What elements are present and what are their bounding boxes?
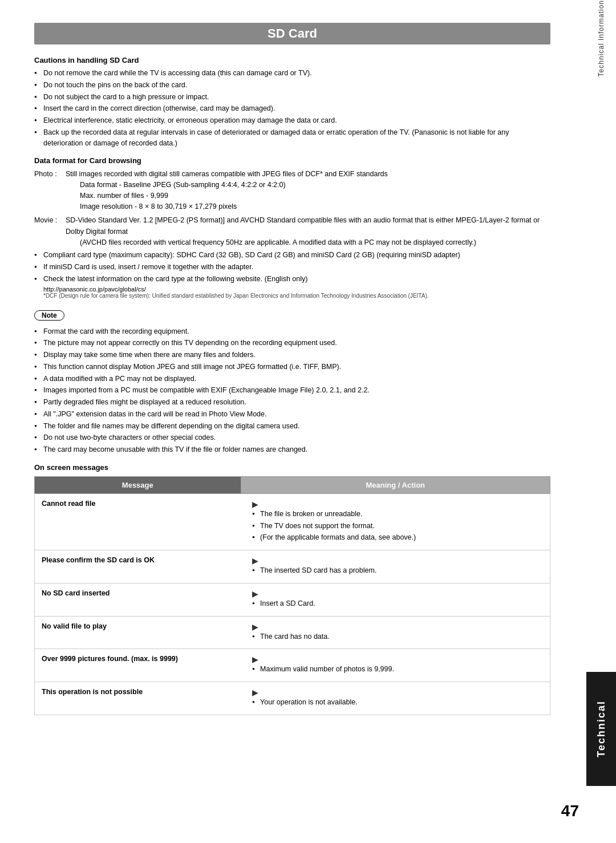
table-row: No valid file to play▶The card has no da… <box>35 616 550 649</box>
message-cell-4: Over 9999 pictures found. (max. is 9999) <box>35 649 241 682</box>
action-cell-1: ▶The inserted SD card has a problem. <box>241 550 550 583</box>
table-row: No SD card inserted▶Insert a SD Card. <box>35 583 550 616</box>
sidebar-technical-info: Technical Information <box>597 0 605 111</box>
caution-item-4: Insert the card in the correct direction… <box>34 103 550 114</box>
right-sidebar: Technical Information Technical <box>586 0 616 843</box>
note-item-8: All ".JPG" extension datas in the card w… <box>34 409 550 420</box>
action-arrow-4: ▶ <box>252 655 258 664</box>
table-row: Cannot read file▶The file is broken or u… <box>35 493 550 550</box>
action-list-0: The file is broken or unreadable.The TV … <box>252 509 543 543</box>
movie-section: Movie : SD-Video Standard Ver. 1.2 [MPEG… <box>34 214 550 248</box>
table-row: Please confirm the SD card is OK▶The ins… <box>35 550 550 583</box>
col-meaning-header: Meaning / Action <box>241 476 550 493</box>
note-item-3: Display may take some time when there ar… <box>34 350 550 360</box>
table-row: Over 9999 pictures found. (max. is 9999)… <box>35 649 550 682</box>
action-arrow-5: ▶ <box>252 688 258 697</box>
on-screen-messages-heading: On screen messages <box>34 463 550 472</box>
action-cell-2: ▶Insert a SD Card. <box>241 583 550 616</box>
data-format-extra-list: Compliant card type (maximum capacity): … <box>34 250 550 284</box>
messages-table: Message Meaning / Action Cannot read fil… <box>34 476 550 715</box>
photo-details: Data format - Baseline JPEG (Sub-samplin… <box>80 180 550 212</box>
action-item-2-0: Insert a SD Card. <box>252 598 543 609</box>
caution-item-2: Do not touch the pins on the back of the… <box>34 80 550 91</box>
photo-desc: Still images recorded with digital still… <box>66 168 388 180</box>
message-cell-0: Cannot read file <box>35 493 241 550</box>
action-arrow-1: ▶ <box>252 556 258 565</box>
message-cell-2: No SD card inserted <box>35 583 241 616</box>
photo-detail-2: Max. number of files - 9,999 <box>80 191 550 201</box>
movie-note: (AVCHD files recorded with vertical freq… <box>80 237 550 248</box>
col-message-header: Message <box>35 476 241 493</box>
note-item-7: Partly degraded files might be displayed… <box>34 397 550 408</box>
action-list-3: The card has no data. <box>252 631 543 642</box>
note-item-2: The picture may not appear correctly on … <box>34 338 550 348</box>
action-cell-4: ▶Maximum valid number of photos is 9,999… <box>241 649 550 682</box>
action-cell-5: ▶Your operation is not available. <box>241 682 550 715</box>
action-list-5: Your operation is not available. <box>252 697 543 708</box>
photo-section: Photo : Still images recorded with digit… <box>34 168 550 212</box>
message-cell-5: This operation is not possible <box>35 682 241 715</box>
note-item-6: Images imported from a PC must be compat… <box>34 385 550 396</box>
caution-item-5: Electrical interference, static electric… <box>34 115 550 126</box>
action-item-4-0: Maximum valid number of photos is 9,999. <box>252 664 543 675</box>
sidebar-technical-text: Technical <box>595 700 607 757</box>
cautions-list: Do not remove the card while the TV is a… <box>34 68 550 148</box>
action-arrow-0: ▶ <box>252 500 258 509</box>
data-format-extra-3: Check the latest information on the card… <box>34 274 550 285</box>
message-cell-1: Please confirm the SD card is OK <box>35 550 241 583</box>
page-number: 47 <box>561 802 579 820</box>
note-item-1: Format the card with the recording equip… <box>34 326 550 337</box>
note-item-10: Do not use two-byte characters or other … <box>34 432 550 443</box>
action-item-0-0: The file is broken or unreadable. <box>252 509 543 520</box>
photo-label: Photo : <box>34 168 66 180</box>
action-cell-3: ▶The card has no data. <box>241 616 550 649</box>
action-list-4: Maximum valid number of photos is 9,999. <box>252 664 543 675</box>
action-item-3-0: The card has no data. <box>252 631 543 642</box>
data-format-heading: Data format for Card browsing <box>34 156 550 165</box>
photo-detail-1: Data format - Baseline JPEG (Sub-samplin… <box>80 180 550 191</box>
note-box-label: Note <box>34 310 64 321</box>
action-item-1-0: The inserted SD card has a problem. <box>252 565 543 576</box>
note-item-11: The card may become unusable with this T… <box>34 444 550 455</box>
action-item-5-0: Your operation is not available. <box>252 697 543 708</box>
action-list-1: The inserted SD card has a problem. <box>252 565 543 576</box>
note-item-9: The folder and file names may be differe… <box>34 421 550 432</box>
message-cell-3: No valid file to play <box>35 616 241 649</box>
caution-item-1: Do not remove the card while the TV is a… <box>34 68 550 79</box>
sidebar-technical-box: Technical <box>586 672 616 786</box>
note-item-4: This function cannot display Motion JPEG… <box>34 362 550 372</box>
action-list-2: Insert a SD Card. <box>252 598 543 609</box>
data-format-extra-1: Compliant card type (maximum capacity): … <box>34 250 550 261</box>
cautions-heading: Cautions in handling SD Card <box>34 56 550 64</box>
data-format-extra-2: If miniSD Card is used, insert / remove … <box>34 262 550 273</box>
action-item-0-2: (For the applicable formats and data, se… <box>252 532 543 543</box>
movie-label: Movie : <box>34 214 66 226</box>
movie-desc: SD-Video Standard Ver. 1.2 [MPEG-2 (PS f… <box>66 214 550 237</box>
caution-item-6: Back up the recorded data at regular int… <box>34 127 550 149</box>
caution-item-3: Do not subject the card to a high pressu… <box>34 92 550 103</box>
note-list: Format the card with the recording equip… <box>34 326 550 455</box>
dcf-note: *DCF (Design rule for camera file system… <box>43 293 550 299</box>
page-title: SD Card <box>34 23 550 44</box>
note-item-5: A data modified with a PC may not be dis… <box>34 374 550 384</box>
action-arrow-2: ▶ <box>252 589 258 598</box>
action-arrow-3: ▶ <box>252 622 258 631</box>
action-item-0-1: The TV does not support the format. <box>252 521 543 532</box>
url-text: http://panasonic.co.jp/pavc/global/cs/ <box>43 286 550 293</box>
table-row: This operation is not possible▶Your oper… <box>35 682 550 715</box>
action-cell-0: ▶The file is broken or unreadable.The TV… <box>241 493 550 550</box>
photo-detail-3: Image resolution - 8 × 8 to 30,719 × 17,… <box>80 201 550 212</box>
